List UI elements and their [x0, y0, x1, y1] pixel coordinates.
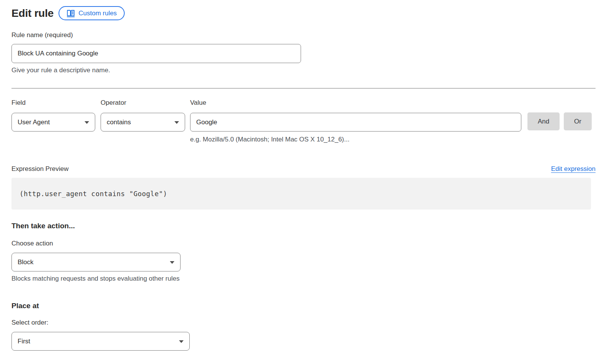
action-select[interactable]: Block — [11, 253, 181, 271]
field-column: Field User Agent — [11, 99, 95, 132]
place-at-heading: Place at — [11, 302, 596, 310]
field-label: Field — [11, 99, 95, 107]
operator-select[interactable]: contains — [101, 113, 185, 132]
value-label: Value — [190, 99, 521, 107]
operator-label: Operator — [101, 99, 185, 107]
action-section: Then take action... Choose action Block … — [11, 222, 596, 283]
value-helper: e.g. Mozilla/5.0 (Macintosh; Intel Mac O… — [190, 136, 521, 143]
expression-header: Expression Preview Edit expression — [11, 165, 596, 173]
operator-column: Operator contains — [101, 99, 185, 132]
order-select[interactable]: First — [11, 332, 190, 351]
field-select[interactable]: User Agent — [11, 113, 95, 132]
value-column: Value e.g. Mozilla/5.0 (Macintosh; Intel… — [190, 99, 521, 143]
expression-preview-label: Expression Preview — [11, 165, 68, 173]
rule-name-label: Rule name (required) — [11, 31, 596, 39]
custom-rules-button[interactable]: Custom rules — [59, 6, 125, 20]
edit-rule-page: Edit rule Custom rules Rule name (requir… — [0, 0, 607, 351]
expression-section: Expression Preview Edit expression (http… — [11, 165, 596, 210]
rule-name-helper: Give your rule a descriptive name. — [11, 67, 596, 74]
edit-expression-link[interactable]: Edit expression — [551, 165, 596, 173]
chevron-down-icon — [174, 121, 179, 124]
page-header: Edit rule Custom rules — [11, 6, 596, 20]
logic-buttons: And Or — [527, 99, 592, 130]
expression-code: (http.user_agent contains "Google") — [20, 190, 167, 198]
value-input[interactable] — [190, 113, 521, 132]
condition-row: Field User Agent Operator contains Value… — [11, 99, 596, 143]
action-heading: Then take action... — [11, 222, 596, 230]
order-select-value: First — [18, 338, 30, 345]
action-select-value: Block — [18, 258, 34, 266]
placement-section: Place at Select order: First — [11, 302, 596, 351]
chevron-down-icon — [170, 261, 174, 264]
chevron-down-icon — [179, 340, 184, 343]
expression-preview-box: (http.user_agent contains "Google") — [11, 178, 591, 210]
open-book-icon — [67, 10, 75, 17]
page-title: Edit rule — [11, 7, 54, 20]
field-select-value: User Agent — [18, 119, 50, 126]
choose-action-label: Choose action — [11, 240, 596, 247]
or-button[interactable]: Or — [564, 112, 592, 130]
select-order-label: Select order: — [11, 319, 596, 327]
chevron-down-icon — [85, 121, 89, 124]
and-button[interactable]: And — [527, 112, 560, 130]
rule-name-section: Rule name (required) Give your rule a de… — [11, 31, 596, 74]
section-divider — [11, 88, 596, 89]
custom-rules-button-label: Custom rules — [78, 10, 117, 17]
operator-select-value: contains — [107, 119, 131, 126]
rule-name-input[interactable] — [11, 44, 301, 63]
action-helper: Blocks matching requests and stops evalu… — [11, 275, 596, 283]
